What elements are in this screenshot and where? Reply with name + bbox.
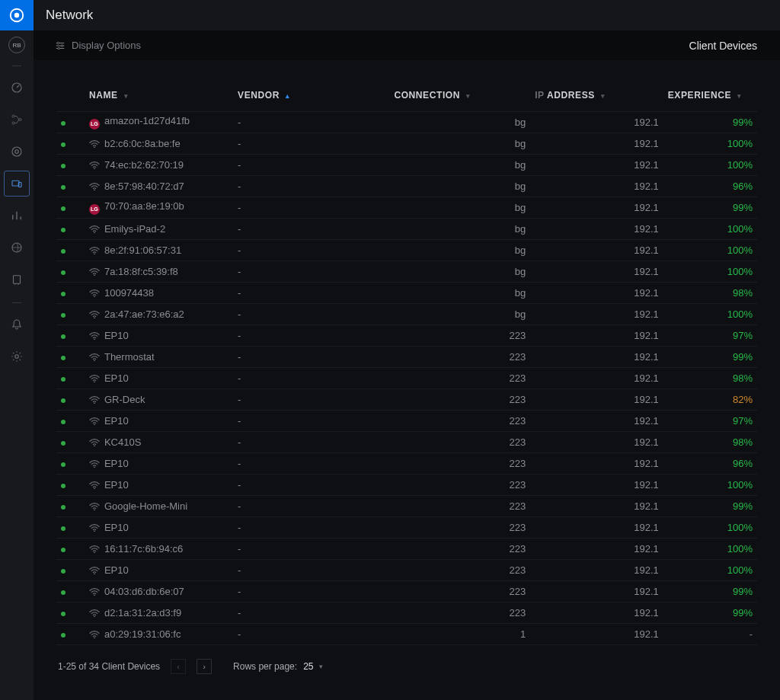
col-connection[interactable]: CONNECTION ▾ xyxy=(389,82,530,112)
client-vendor: - xyxy=(233,496,389,517)
col-name[interactable]: NAME ▾ xyxy=(85,82,233,112)
app-logo[interactable] xyxy=(0,0,34,30)
client-ip: 192.1 xyxy=(530,197,663,219)
svg-rect-8 xyxy=(12,181,19,186)
client-vendor: - xyxy=(233,560,389,581)
client-experience: 82% xyxy=(663,389,757,411)
col-vendor[interactable]: VENDOR ▴ xyxy=(233,82,389,112)
client-connection: 223 xyxy=(389,581,530,603)
target-icon xyxy=(10,145,24,158)
client-experience: 100% xyxy=(663,517,757,539)
table-row[interactable]: EP10-223192.1100% xyxy=(56,517,757,539)
client-connection: 223 xyxy=(389,411,530,432)
ubiquiti-logo-icon xyxy=(8,7,25,24)
col-ip[interactable]: IP ADDRESS ▾ xyxy=(530,82,663,112)
nav-security[interactable] xyxy=(5,267,29,292)
rows-per-page-select[interactable]: Rows per page: 25 ▾ xyxy=(233,661,323,672)
client-vendor: - xyxy=(233,112,389,133)
client-device-icon xyxy=(10,177,24,190)
table-row[interactable]: a0:29:19:31:06:fc-1192.1- xyxy=(56,624,757,645)
table-row[interactable]: 7a:18:8f:c5:39:f8-bg192.1100% xyxy=(56,261,757,283)
table-row[interactable]: LGamazon-1d27d41fb-bg192.199% xyxy=(56,112,757,133)
display-options-button[interactable]: Display Options xyxy=(55,40,141,51)
table-row[interactable]: 74:ec:b2:62:70:19-bg192.1100% xyxy=(56,155,757,176)
client-name: b2:c6:0c:8a:be:fe xyxy=(104,138,181,149)
status-dot-icon xyxy=(61,377,66,382)
client-name: 74:ec:b2:62:70:19 xyxy=(104,159,184,171)
nav-clients[interactable] xyxy=(5,171,29,196)
left-nav: RB xyxy=(0,30,34,700)
table-row[interactable]: 2a:47:ae:73:e6:a2-bg192.1100% xyxy=(56,304,757,325)
table-row[interactable]: EP10-223192.198% xyxy=(56,368,757,389)
wifi-icon xyxy=(89,501,100,512)
wifi-icon xyxy=(89,437,100,448)
table-row[interactable]: KC410S-223192.198% xyxy=(56,432,757,453)
table-row[interactable]: 16:11:7c:6b:94:c6-223192.1100% xyxy=(56,539,757,560)
table-row[interactable]: EP10-223192.1100% xyxy=(56,560,757,581)
client-experience: 96% xyxy=(663,453,757,475)
svg-point-19 xyxy=(94,232,95,233)
table-row[interactable]: 8e:57:98:40:72:d7-bg192.196% xyxy=(56,176,757,197)
client-connection: bg xyxy=(389,133,530,155)
table-row[interactable]: EP10-223192.197% xyxy=(56,325,757,347)
client-ip: 192.1 xyxy=(530,261,663,283)
tab-client-devices[interactable]: Client Devices xyxy=(688,40,759,52)
table-row[interactable]: Thermostat-223192.199% xyxy=(56,347,757,368)
table-row[interactable]: 8e:2f:91:06:57:31-bg192.1100% xyxy=(56,240,757,261)
table-row[interactable]: EP10-223192.197% xyxy=(56,411,757,432)
client-ip: 192.1 xyxy=(530,219,663,240)
client-name: EP10 xyxy=(104,458,129,469)
table-row[interactable]: EP10-223192.1100% xyxy=(56,475,757,496)
client-ip: 192.1 xyxy=(530,368,663,389)
rows-per-value: 25 xyxy=(303,661,313,672)
client-connection: bg xyxy=(389,283,530,304)
wifi-icon xyxy=(89,459,100,469)
client-name: 7a:18:8f:c5:39:f8 xyxy=(104,266,178,277)
nav-notifications[interactable] xyxy=(5,312,29,337)
table-row[interactable]: GR-Deck-223192.182% xyxy=(56,389,757,411)
nav-wifi[interactable] xyxy=(5,235,29,260)
client-name: EP10 xyxy=(104,522,129,533)
nav-avatar[interactable]: RB xyxy=(8,37,25,53)
client-ip: 192.1 xyxy=(530,432,663,453)
client-ip: 192.1 xyxy=(530,133,663,155)
client-experience: - xyxy=(663,624,757,645)
table-row[interactable]: d2:1a:31:2a:d3:f9-223192.199% xyxy=(56,603,757,624)
table-row[interactable]: LG70:70:aa:8e:19:0b-bg192.199% xyxy=(56,197,757,219)
client-name: 100974438 xyxy=(104,287,154,299)
col-experience[interactable]: EXPERIENCE ▾ xyxy=(663,82,757,112)
wifi-icon xyxy=(89,416,100,427)
nav-topology[interactable] xyxy=(5,107,29,132)
wifi-icon xyxy=(89,288,100,299)
client-connection: 223 xyxy=(389,603,530,624)
svg-point-35 xyxy=(94,573,95,574)
nav-settings[interactable] xyxy=(5,344,29,369)
table-row[interactable]: b2:c6:0c:8a:be:fe-bg192.1100% xyxy=(56,133,757,155)
nav-devices[interactable] xyxy=(5,139,29,164)
client-name: 70:70:aa:8e:19:0b xyxy=(104,200,184,212)
client-vendor: - xyxy=(233,261,389,283)
nav-separator xyxy=(12,66,21,66)
client-experience: 100% xyxy=(663,304,757,325)
table-row[interactable]: Emilys-iPad-2-bg192.1100% xyxy=(56,219,757,240)
nav-stats[interactable] xyxy=(5,203,29,228)
status-dot-icon xyxy=(61,206,66,211)
pager-next-button[interactable]: › xyxy=(197,659,212,674)
col-ip-prefix: IP xyxy=(535,90,544,101)
pager-prev-button[interactable]: ‹ xyxy=(171,659,186,674)
table-row[interactable]: 04:03:d6:db:6e:07-223192.199% xyxy=(56,581,757,603)
client-vendor: - xyxy=(233,219,389,240)
status-dot-icon xyxy=(61,569,66,574)
table-row[interactable]: EP10-223192.196% xyxy=(56,453,757,475)
svg-point-3 xyxy=(12,115,14,117)
client-connection: 223 xyxy=(389,432,530,453)
svg-point-5 xyxy=(19,119,21,121)
col-experience-label: EXPERIENCE xyxy=(668,90,731,101)
table-row[interactable]: Google-Home-Mini-223192.199% xyxy=(56,496,757,517)
nav-dashboard[interactable] xyxy=(5,75,29,100)
status-dot-icon xyxy=(61,356,66,360)
table-row[interactable]: 100974438-bg192.198% xyxy=(56,283,757,304)
chevron-up-icon: ▴ xyxy=(286,92,290,100)
svg-point-24 xyxy=(94,338,95,340)
client-connection: 223 xyxy=(389,347,530,368)
